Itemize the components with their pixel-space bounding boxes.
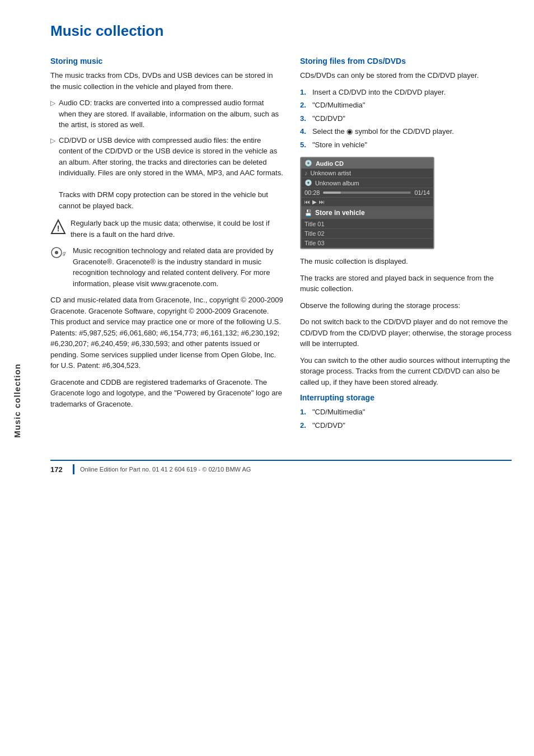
step-3: "CD/DVD" xyxy=(312,113,345,124)
storing-files-intro: CDs/DVDs can only be stored from the CD/… xyxy=(300,70,512,81)
prev-button: ⏮ xyxy=(305,199,310,205)
cd-ui-artist: Unknown artist xyxy=(310,170,351,176)
warning-text: Regularly back up the music data; otherw… xyxy=(71,218,283,240)
list-item: 3. "CD/DVD" xyxy=(300,113,512,124)
warning-icon: ! xyxy=(50,219,66,235)
list-item: ▷ Audio CD: tracks are converted into a … xyxy=(50,97,283,130)
cd-ui-track3-row: Title 03 xyxy=(301,239,433,248)
two-column-layout: Storing music The music tracks from CDs,… xyxy=(50,57,512,437)
storing-files-heading: Storing files from CDs/DVDs xyxy=(300,57,512,66)
gracenote-icon: g xyxy=(50,246,68,259)
list-item: 2. "CD/Multimedia" xyxy=(300,100,512,111)
step-2: "CD/Multimedia" xyxy=(312,100,365,111)
copyright1: CD and music-related data from Gracenote… xyxy=(50,295,283,371)
cd-ui-time: 00:28 xyxy=(305,189,320,196)
list-item: ▷ CD/DVD or USB device with compressed a… xyxy=(50,135,283,212)
cd-ui-title-bar: 💿 Audio CD xyxy=(301,158,433,169)
list-item: 1. "CD/Multimedia" xyxy=(300,407,512,418)
cd-ui-track1-row: Title 01 xyxy=(301,220,433,229)
cd-ui-album-row: 💿 Unknown album xyxy=(301,178,433,188)
cd-ui-progress-fill xyxy=(323,192,340,194)
right-column: Storing files from CDs/DVDs CDs/DVDs can… xyxy=(300,57,512,437)
storing-files-steps: 1. Insert a CD/DVD into the CD/DVD playe… xyxy=(300,87,512,151)
list-item: 2. "CD/DVD" xyxy=(300,420,512,431)
page-number: 172 xyxy=(50,465,67,474)
list-item: 1. Insert a CD/DVD into the CD/DVD playe… xyxy=(300,87,512,98)
cd-ui-track2: Title 02 xyxy=(305,230,325,237)
play-button: ▶ xyxy=(312,199,317,205)
copyright2: Gracenote and CDDB are registered tradem… xyxy=(50,377,283,410)
cd-ui-time-row: 00:28 01/14 xyxy=(301,188,433,198)
footer-text: Online Edition for Part no. 01 41 2 604 … xyxy=(80,466,251,473)
next-button: ⏭ xyxy=(319,199,325,205)
bullet-arrow-icon: ▷ xyxy=(50,98,55,108)
cd-ui-track2-row: Title 02 xyxy=(301,229,433,239)
gracenote-text: Music recognition technology and related… xyxy=(73,245,283,289)
album-icon: 💿 xyxy=(305,179,312,186)
svg-text:!: ! xyxy=(57,224,60,233)
left-column: Storing music The music tracks from CDs,… xyxy=(50,57,283,437)
interrupt-step-1: "CD/Multimedia" xyxy=(312,407,365,418)
observe-heading: Observe the following during the storage… xyxy=(300,300,512,311)
storing-music-intro: The music tracks from CDs, DVDs and USB … xyxy=(50,70,283,92)
interrupting-steps: 1. "CD/Multimedia" 2. "CD/DVD" xyxy=(300,407,512,431)
artist-icon: ♪ xyxy=(305,170,308,176)
cd-ui-store-row: 💾 Store in vehicle xyxy=(301,207,433,220)
after-text-2: The tracks are stored and played back in… xyxy=(300,273,512,295)
observe-text-1: Do not switch back to the CD/DVD player … xyxy=(300,316,512,349)
svg-text:g: g xyxy=(63,250,65,256)
cd-ui-title: Audio CD xyxy=(316,160,344,167)
bullet-text-1: Audio CD: tracks are converted into a co… xyxy=(59,97,283,130)
storing-music-heading: Storing music xyxy=(50,57,283,66)
cd-ui-progress-bar xyxy=(323,192,411,194)
interrupt-step-2: "CD/DVD" xyxy=(312,420,345,431)
page-title: Music collection xyxy=(50,22,512,40)
list-item: 5. "Store in vehicle" xyxy=(300,139,512,151)
bullet-list: ▷ Audio CD: tracks are converted into a … xyxy=(50,97,283,211)
step-4: Select the ◉ symbol for the CD/DVD playe… xyxy=(312,126,454,137)
list-item: 4. Select the ◉ symbol for the CD/DVD pl… xyxy=(300,126,512,137)
gracenote-box: g Music recognition technology and relat… xyxy=(50,245,283,289)
cd-icon: 💿 xyxy=(305,160,312,167)
cd-ui-track-num: 01/14 xyxy=(414,189,430,196)
after-text-1: The music collection is displayed. xyxy=(300,256,512,267)
observe-text-2: You can switch to the other audio source… xyxy=(300,355,512,388)
cd-ui-store-label: Store in vehicle xyxy=(315,209,365,217)
cd-ui-artist-row: ♪ Unknown artist xyxy=(301,169,433,178)
step-5: "Store in vehicle" xyxy=(312,139,367,151)
sidebar-text: Music collection xyxy=(12,363,22,438)
footer: 172 Online Edition for Part no. 01 41 2 … xyxy=(50,460,512,474)
cd-player-ui: 💿 Audio CD ♪ Unknown artist 💿 Unknown al… xyxy=(300,157,434,249)
step-1: Insert a CD/DVD into the CD/DVD player. xyxy=(312,87,446,98)
interrupting-storage-heading: Interrupting storage xyxy=(300,393,512,402)
svg-point-3 xyxy=(55,251,58,254)
cd-ui-controls-row: ⏮ ▶ ⏭ xyxy=(301,198,433,207)
store-icon: 💾 xyxy=(305,209,312,217)
footer-divider xyxy=(73,464,74,474)
bullet-arrow-icon: ▷ xyxy=(50,136,55,146)
cd-ui-album: Unknown album xyxy=(315,180,359,186)
main-content: Music collection Storing music The music… xyxy=(34,0,534,756)
cd-ui-track3: Title 03 xyxy=(305,240,325,246)
warning-box: ! Regularly back up the music data; othe… xyxy=(50,218,283,240)
cd-ui-track1: Title 01 xyxy=(305,221,325,227)
sidebar: Music collection xyxy=(0,0,34,756)
bullet-text-2: CD/DVD or USB device with compressed aud… xyxy=(59,135,283,212)
